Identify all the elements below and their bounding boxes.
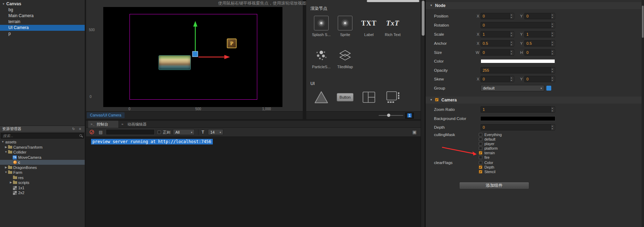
skew-y-input[interactable]: 0 xyxy=(524,76,555,82)
edit-groups-button[interactable] xyxy=(546,86,551,91)
vertical-scrollbar[interactable] xyxy=(421,0,425,227)
font-size-dropdown[interactable]: 14 xyxy=(208,129,223,135)
asset-item-c[interactable]: c xyxy=(0,160,85,165)
expander-icon[interactable] xyxy=(4,145,8,150)
skew-x-input[interactable]: 0 xyxy=(481,76,514,82)
scale-x-input[interactable]: 1 xyxy=(481,31,514,37)
scrollbar-thumb[interactable] xyxy=(642,6,644,38)
asset-item-assets[interactable]: assets xyxy=(0,140,85,144)
expander-icon[interactable] xyxy=(4,170,8,175)
asset-item-res[interactable]: res xyxy=(0,175,85,180)
asset-item-1x1[interactable]: 1x1 xyxy=(0,185,85,190)
ui-node-mask[interactable] xyxy=(310,90,332,105)
collapse-arrow-icon[interactable] xyxy=(430,2,433,9)
checkbox[interactable] xyxy=(479,156,482,159)
tab-console[interactable]: >_ 控制台 xyxy=(88,121,118,128)
expander-icon[interactable] xyxy=(4,165,8,170)
stepper[interactable] xyxy=(551,50,555,55)
asset-item-cameratranform[interactable]: CameraTranform xyxy=(0,145,85,150)
stepper[interactable] xyxy=(510,76,514,82)
transform-gizmo[interactable] xyxy=(86,0,303,119)
asset-search-input[interactable] xyxy=(1,133,84,139)
checkbox[interactable] xyxy=(479,137,482,141)
anchor-y-input[interactable]: 0.5 xyxy=(524,40,555,47)
stepper[interactable] xyxy=(551,76,555,82)
asset-item-dragonbones[interactable]: DragonBones xyxy=(0,165,85,170)
tab-animation-editor[interactable]: ≈ 动画编辑器 xyxy=(119,121,158,128)
console-filter-input[interactable] xyxy=(106,129,155,135)
collapse-log-icon[interactable]: ▤ xyxy=(99,128,103,137)
stepper[interactable] xyxy=(510,50,514,55)
popout-icon[interactable]: ▣ xyxy=(412,128,416,137)
checkbox[interactable] xyxy=(479,133,482,136)
expander-icon[interactable] xyxy=(4,150,8,155)
stepper[interactable] xyxy=(551,68,555,73)
expander-icon[interactable] xyxy=(9,180,13,185)
horizontal-scrollbar-thumb[interactable] xyxy=(367,0,419,2)
zoom-slider-track[interactable] xyxy=(379,115,403,116)
asset-item-movecamera[interactable]: TS MoveCamera xyxy=(0,155,85,160)
zoom-ratio-input[interactable]: 1 xyxy=(481,106,555,113)
expander-icon[interactable] xyxy=(2,1,5,7)
stepper[interactable] xyxy=(551,107,555,112)
hierarchy-item-bg[interactable]: bg xyxy=(0,7,85,13)
size-h-input[interactable]: 0 xyxy=(524,49,555,56)
render-node-sprite[interactable]: Sprite xyxy=(334,15,356,37)
ui-node-scrollview[interactable] xyxy=(382,90,404,105)
hierarchy-item-ui-camera[interactable]: UI Camera xyxy=(0,25,85,31)
add-component-button[interactable]: 添加组件 xyxy=(459,182,529,189)
asset-item-farm[interactable]: Farm xyxy=(0,170,85,175)
scale-y-input[interactable]: 1 xyxy=(524,31,555,37)
depth-input[interactable]: 0 xyxy=(481,124,555,130)
checkbox[interactable] xyxy=(479,165,482,169)
stepper[interactable] xyxy=(510,31,514,37)
render-node-splash[interactable]: Splash S... xyxy=(310,15,332,37)
scrollbar-thumb[interactable] xyxy=(422,1,425,36)
zoom-value-input[interactable]: 1 xyxy=(405,113,414,119)
checkbox[interactable] xyxy=(479,161,482,164)
stepper[interactable] xyxy=(510,13,514,19)
camera-enabled-checkbox[interactable] xyxy=(435,98,439,101)
asset-item-collider[interactable]: Collider xyxy=(0,150,85,155)
render-node-particlesystem[interactable]: ParticleS... xyxy=(310,48,332,69)
expander-icon[interactable] xyxy=(1,140,5,144)
render-node-richtext[interactable]: TxT Rich Text xyxy=(382,15,404,37)
rotation-input[interactable]: 0 xyxy=(481,22,555,28)
camera-preview-tab[interactable]: Canvas/UI Camera xyxy=(87,112,125,118)
checkbox[interactable] xyxy=(479,170,482,173)
panel-menu-icon[interactable]: ≡ xyxy=(79,126,81,132)
hierarchy-item-terrain[interactable]: terrain xyxy=(0,19,85,25)
ui-node-layout[interactable] xyxy=(358,90,380,105)
log-level-dropdown[interactable]: All xyxy=(173,129,195,135)
hierarchy-item-canvas[interactable]: Canvas xyxy=(0,1,85,7)
log-entry[interactable]: preview server running at http://localho… xyxy=(91,139,213,144)
checkbox[interactable] xyxy=(479,151,482,155)
background-color-swatch[interactable] xyxy=(481,116,555,121)
regex-checkbox[interactable] xyxy=(158,130,161,134)
clear-log-icon[interactable] xyxy=(90,130,94,134)
size-w-input[interactable]: 0 xyxy=(481,49,514,56)
camera-section-header[interactable]: Camera xyxy=(426,97,644,104)
stepper[interactable] xyxy=(551,125,555,130)
ui-node-button[interactable]: Button xyxy=(334,90,356,105)
stepper[interactable] xyxy=(551,13,555,19)
render-node-label-item[interactable]: TXT Label xyxy=(358,15,380,37)
collapse-arrow-icon[interactable] xyxy=(430,97,433,104)
stepper[interactable] xyxy=(510,41,514,46)
anchor-x-input[interactable]: 0.5 xyxy=(481,40,514,47)
stepper[interactable] xyxy=(551,31,555,37)
node-section-header[interactable]: Node xyxy=(426,2,644,9)
checkbox[interactable] xyxy=(479,142,482,146)
checkbox[interactable] xyxy=(479,147,482,150)
position-x-input[interactable]: 0 xyxy=(481,13,514,19)
zoom-slider-handle[interactable] xyxy=(387,113,391,117)
opacity-input[interactable]: 255 xyxy=(481,67,555,73)
refresh-icon[interactable]: ↻ xyxy=(72,126,75,132)
group-dropdown[interactable]: default xyxy=(481,85,544,91)
asset-item-scripts[interactable]: scripts xyxy=(0,180,85,185)
asset-item-2x2[interactable]: 2x2 xyxy=(0,190,85,195)
color-swatch[interactable] xyxy=(481,59,555,63)
stepper[interactable] xyxy=(551,41,555,46)
inspector-scrollbar[interactable] xyxy=(642,0,644,227)
hierarchy-item-main-camera[interactable]: Main Camera xyxy=(0,13,85,19)
